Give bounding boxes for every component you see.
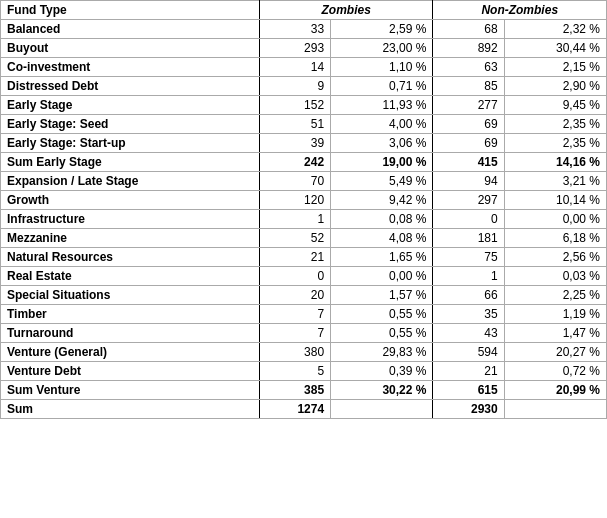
fund-type-cell: Timber xyxy=(1,305,260,324)
zombie-count-cell: 380 xyxy=(259,343,330,362)
zombie-pct-cell: 3,06 % xyxy=(331,134,433,153)
fund-type-cell: Real Estate xyxy=(1,267,260,286)
zombie-count-cell: 51 xyxy=(259,115,330,134)
zombie-count-cell: 385 xyxy=(259,381,330,400)
nonzombie-count-cell: 69 xyxy=(433,115,504,134)
fund-type-cell: Infrastructure xyxy=(1,210,260,229)
zombie-count-cell: 14 xyxy=(259,58,330,77)
table-row: Distressed Debt90,71 %852,90 % xyxy=(1,77,607,96)
col-fund-type-header: Fund Type xyxy=(1,1,260,20)
zombie-pct-cell: 1,10 % xyxy=(331,58,433,77)
nonzombie-pct-cell: 10,14 % xyxy=(504,191,606,210)
zombie-count-cell: 39 xyxy=(259,134,330,153)
nonzombie-count-cell: 43 xyxy=(433,324,504,343)
nonzombie-pct-cell: 2,90 % xyxy=(504,77,606,96)
nonzombie-pct-cell: 2,35 % xyxy=(504,134,606,153)
table-row: Sum Venture38530,22 %61520,99 % xyxy=(1,381,607,400)
nonzombie-pct-cell: 20,27 % xyxy=(504,343,606,362)
table-row: Buyout29323,00 %89230,44 % xyxy=(1,39,607,58)
zombie-pct-cell: 0,00 % xyxy=(331,267,433,286)
zombie-count-cell: 7 xyxy=(259,305,330,324)
zombie-count-cell: 0 xyxy=(259,267,330,286)
nonzombie-pct-cell: 2,56 % xyxy=(504,248,606,267)
table-row: Natural Resources211,65 %752,56 % xyxy=(1,248,607,267)
main-table-container: Fund Type Zombies Non-Zombies Balanced33… xyxy=(0,0,607,419)
table-row: Special Situations201,57 %662,25 % xyxy=(1,286,607,305)
nonzombie-pct-cell: 14,16 % xyxy=(504,153,606,172)
zombie-count-cell: 21 xyxy=(259,248,330,267)
nonzombie-pct-cell: 0,03 % xyxy=(504,267,606,286)
fund-type-cell: Distressed Debt xyxy=(1,77,260,96)
zombie-count-cell: 242 xyxy=(259,153,330,172)
zombie-pct-cell: 0,39 % xyxy=(331,362,433,381)
fund-type-cell: Early Stage xyxy=(1,96,260,115)
table-row: Mezzanine524,08 %1816,18 % xyxy=(1,229,607,248)
nonzombie-count-cell: 2930 xyxy=(433,400,504,419)
nonzombie-pct-cell: 30,44 % xyxy=(504,39,606,58)
zombie-count-cell: 293 xyxy=(259,39,330,58)
fund-type-cell: Growth xyxy=(1,191,260,210)
zombie-pct-cell: 4,08 % xyxy=(331,229,433,248)
zombie-pct-cell: 1,57 % xyxy=(331,286,433,305)
nonzombie-pct-cell: 0,72 % xyxy=(504,362,606,381)
zombie-pct-cell: 2,59 % xyxy=(331,20,433,39)
nonzombie-count-cell: 1 xyxy=(433,267,504,286)
zombie-pct-cell: 5,49 % xyxy=(331,172,433,191)
zombie-pct-cell: 19,00 % xyxy=(331,153,433,172)
zombie-pct-cell: 23,00 % xyxy=(331,39,433,58)
nonzombie-count-cell: 892 xyxy=(433,39,504,58)
nonzombie-pct-cell: 2,15 % xyxy=(504,58,606,77)
fund-type-cell: Expansion / Late Stage xyxy=(1,172,260,191)
nonzombies-group-header: Non-Zombies xyxy=(433,1,607,20)
nonzombie-count-cell: 181 xyxy=(433,229,504,248)
nonzombie-count-cell: 594 xyxy=(433,343,504,362)
zombie-count-cell: 5 xyxy=(259,362,330,381)
zombie-pct-cell: 0,71 % xyxy=(331,77,433,96)
zombie-pct-cell: 11,93 % xyxy=(331,96,433,115)
fund-type-cell: Venture Debt xyxy=(1,362,260,381)
zombie-pct-cell: 30,22 % xyxy=(331,381,433,400)
zombie-count-cell: 7 xyxy=(259,324,330,343)
fund-type-cell: Balanced xyxy=(1,20,260,39)
zombie-count-cell: 1 xyxy=(259,210,330,229)
nonzombie-count-cell: 415 xyxy=(433,153,504,172)
nonzombie-pct-cell: 2,25 % xyxy=(504,286,606,305)
nonzombie-pct-cell: 2,32 % xyxy=(504,20,606,39)
nonzombie-pct-cell: 6,18 % xyxy=(504,229,606,248)
table-row: Growth1209,42 %29710,14 % xyxy=(1,191,607,210)
fund-type-cell: Co-investment xyxy=(1,58,260,77)
zombie-pct-cell: 29,83 % xyxy=(331,343,433,362)
nonzombie-pct-cell: 0,00 % xyxy=(504,210,606,229)
zombie-count-cell: 9 xyxy=(259,77,330,96)
zombie-count-cell: 33 xyxy=(259,20,330,39)
table-row: Balanced332,59 %682,32 % xyxy=(1,20,607,39)
nonzombie-pct-cell: 2,35 % xyxy=(504,115,606,134)
nonzombie-pct-cell xyxy=(504,400,606,419)
zombie-pct-cell: 0,55 % xyxy=(331,305,433,324)
zombie-count-cell: 20 xyxy=(259,286,330,305)
nonzombie-count-cell: 277 xyxy=(433,96,504,115)
table-row: Real Estate00,00 %10,03 % xyxy=(1,267,607,286)
fund-type-cell: Sum xyxy=(1,400,260,419)
table-row: Early Stage15211,93 %2779,45 % xyxy=(1,96,607,115)
nonzombie-count-cell: 0 xyxy=(433,210,504,229)
nonzombie-count-cell: 85 xyxy=(433,77,504,96)
table-row: Venture (General)38029,83 %59420,27 % xyxy=(1,343,607,362)
zombie-pct-cell: 4,00 % xyxy=(331,115,433,134)
fund-type-cell: Buyout xyxy=(1,39,260,58)
zombie-count-cell: 70 xyxy=(259,172,330,191)
fund-type-cell: Turnaround xyxy=(1,324,260,343)
zombie-pct-cell: 0,55 % xyxy=(331,324,433,343)
zombie-count-cell: 152 xyxy=(259,96,330,115)
nonzombie-count-cell: 63 xyxy=(433,58,504,77)
table-row: Venture Debt50,39 %210,72 % xyxy=(1,362,607,381)
zombie-count-cell: 120 xyxy=(259,191,330,210)
zombie-count-cell: 52 xyxy=(259,229,330,248)
table-row: Expansion / Late Stage705,49 %943,21 % xyxy=(1,172,607,191)
table-row: Sum Early Stage24219,00 %41514,16 % xyxy=(1,153,607,172)
table-row: Infrastructure10,08 %00,00 % xyxy=(1,210,607,229)
fund-type-table: Fund Type Zombies Non-Zombies Balanced33… xyxy=(0,0,607,419)
zombie-pct-cell: 9,42 % xyxy=(331,191,433,210)
nonzombie-count-cell: 297 xyxy=(433,191,504,210)
table-row: Sum12742930 xyxy=(1,400,607,419)
